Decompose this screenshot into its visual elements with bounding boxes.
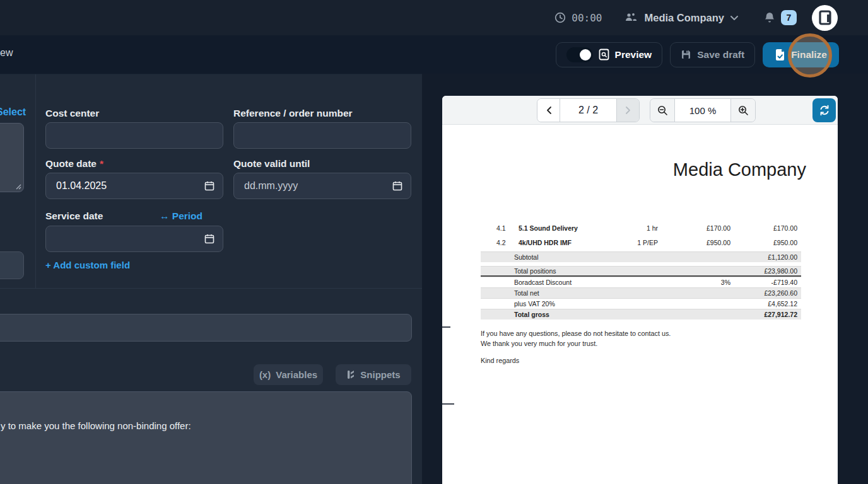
reference-input[interactable] <box>233 122 411 149</box>
zoom-out-icon <box>657 105 668 116</box>
quote-valid-until-placeholder: dd.mm.yyyy <box>244 180 392 192</box>
zoom-level: 100 % <box>674 99 731 122</box>
variables-icon: (x) <box>259 369 271 380</box>
horizontal-divider <box>0 288 422 289</box>
resize-handle-icon[interactable] <box>16 184 21 190</box>
top-bar: 00:00 Media Company 7 <box>0 0 868 35</box>
quote-valid-until-label: Quote valid until <box>233 158 310 170</box>
previous-page-button[interactable] <box>537 99 560 122</box>
document-company-name: Media Company <box>673 159 806 180</box>
calendar-icon[interactable] <box>392 181 402 191</box>
side-cutoff-button[interactable] <box>0 251 24 279</box>
period-arrow-icon: ↔ <box>160 210 170 221</box>
quote-valid-until-input[interactable]: dd.mm.yyyy <box>233 173 411 199</box>
team-icon <box>625 12 638 23</box>
service-date-input[interactable] <box>45 226 223 252</box>
clock-icon <box>554 12 566 23</box>
fold-mark <box>442 403 454 405</box>
refresh-preview-button[interactable] <box>812 98 836 122</box>
reference-label: Reference / order number <box>233 108 353 119</box>
footer-line: We thank you very much for your trust. <box>481 338 671 349</box>
save-icon <box>681 49 691 60</box>
service-date-label: Service date <box>45 210 103 222</box>
preview-toggle[interactable] <box>566 47 593 62</box>
subject-input[interactable] <box>0 314 412 342</box>
pdf-toolbar: 2 / 2 100 % <box>442 96 838 125</box>
footer-line: Kind regards <box>481 355 671 366</box>
variables-button[interactable]: (x) Variables <box>254 364 323 385</box>
save-draft-label: Save draft <box>697 49 744 60</box>
snippets-button[interactable]: Snippets <box>336 364 411 385</box>
summary-row-subtotal: Subtotal £1,120.00 <box>481 251 801 262</box>
pdf-page: Media Company 4.1 5.1 Sound Delivery 1 h… <box>442 125 838 484</box>
variables-label: Variables <box>276 369 317 380</box>
quote-date-value: 01.04.2025 <box>56 180 204 192</box>
company-name: Media Company <box>644 12 724 24</box>
quote-form-panel: Select Cost center Reference / order num… <box>0 74 422 484</box>
zoom-out-button[interactable] <box>650 99 674 122</box>
cost-center-input[interactable] <box>45 122 223 149</box>
cost-center-label: Cost center <box>45 108 99 119</box>
document-search-icon <box>599 49 609 60</box>
message-textarea[interactable]: y to make you the following non-binding … <box>0 391 412 484</box>
select-link[interactable]: Select <box>0 107 26 118</box>
chevron-down-icon <box>730 15 739 21</box>
footer-line: If you have any questions, please do not… <box>481 328 671 338</box>
zoom-in-button[interactable] <box>731 99 755 122</box>
period-link[interactable]: ↔ Period <box>160 210 202 222</box>
page-navigator: 2 / 2 <box>537 98 640 122</box>
side-textarea[interactable] <box>0 123 24 192</box>
preview-label: Preview <box>615 49 652 60</box>
avatar[interactable] <box>812 5 838 31</box>
required-mark: * <box>100 158 103 169</box>
message-text: y to make you the following non-binding … <box>1 420 399 432</box>
fold-mark <box>442 326 450 328</box>
page-indicator: 2 / 2 <box>560 99 617 122</box>
action-bar: ew Preview Save draft Finalize <box>0 35 868 74</box>
save-draft-button[interactable]: Save draft <box>670 42 755 67</box>
notification-badge: 7 <box>781 10 797 25</box>
summary-row-total-gross: Total gross £27,912.72 <box>481 309 801 320</box>
next-page-button[interactable] <box>617 99 639 122</box>
add-custom-field-link[interactable]: + Add custom field <box>45 260 130 270</box>
zoom-control: 100 % <box>650 98 756 122</box>
finalize-label: Finalize <box>791 49 827 60</box>
pdf-preview-panel: 2 / 2 100 % Media Company 4.1 5.1 Sound … <box>442 96 838 484</box>
vertical-divider <box>35 74 36 288</box>
table-row: 4.2 4k/UHD HDR IMF 1 P/EP £950.00 £950.0… <box>481 235 801 250</box>
avatar-logo-icon <box>818 9 833 26</box>
company-switcher[interactable]: Media Company <box>625 12 739 24</box>
calendar-icon[interactable] <box>204 234 214 244</box>
timer: 00:00 <box>554 12 602 24</box>
summary-row-total-positions: Total positions £23,980.00 <box>481 266 801 277</box>
quote-date-label: Quote date* <box>45 158 103 170</box>
summary-row-discount: Boradcast Discount 3% -£719.40 <box>481 277 801 287</box>
table-row: 4.1 5.1 Sound Delivery 1 hr £170.00 £170… <box>481 221 801 235</box>
calendar-icon[interactable] <box>204 181 214 191</box>
bell-icon <box>764 11 775 24</box>
preview-toggle-button[interactable]: Preview <box>556 42 663 67</box>
refresh-icon <box>819 105 830 116</box>
chevron-left-icon <box>546 106 552 115</box>
quote-date-input[interactable]: 01.04.2025 <box>45 173 223 199</box>
snippets-icon <box>346 370 355 379</box>
document-check-icon <box>775 49 785 61</box>
timer-value: 00:00 <box>572 12 602 24</box>
chevron-right-icon <box>625 106 631 115</box>
zoom-in-icon <box>738 105 749 116</box>
snippets-label: Snippets <box>360 369 400 380</box>
summary-row-total-net: Total net £23,260.60 <box>481 287 801 298</box>
finalize-button[interactable]: Finalize <box>763 42 839 67</box>
page-title: ew <box>0 47 13 59</box>
summary-row-vat: plus VAT 20% £4,652.12 <box>481 298 801 309</box>
notifications[interactable]: 7 <box>764 10 797 25</box>
document-footer: If you have any questions, please do not… <box>481 328 671 366</box>
document-items-table: 4.1 5.1 Sound Delivery 1 hr £170.00 £170… <box>481 221 801 320</box>
